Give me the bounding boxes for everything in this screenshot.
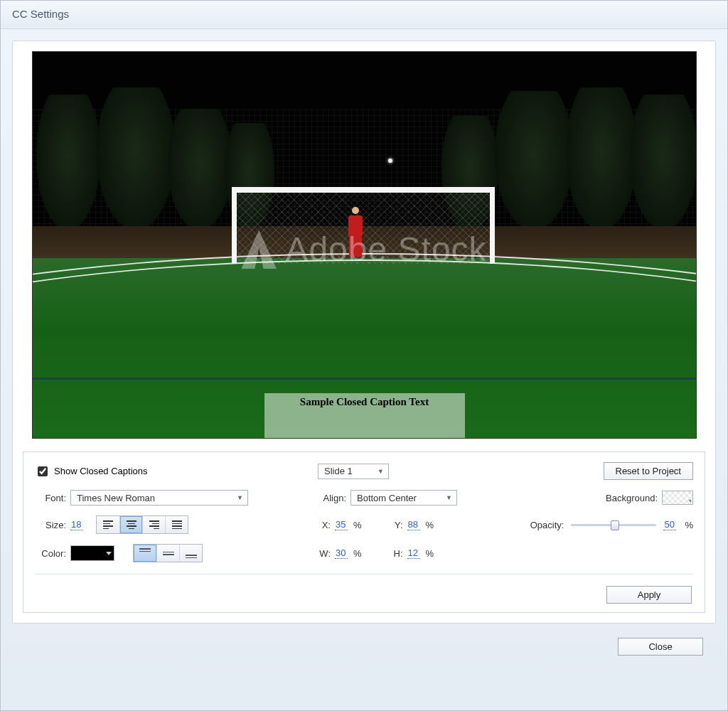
show-cc-checkbox[interactable]: Show Closed Captions bbox=[35, 464, 148, 479]
size-label: Size: bbox=[35, 520, 66, 530]
chevron-down-icon: ▼ bbox=[378, 468, 384, 475]
y-value[interactable]: 88 bbox=[407, 519, 420, 530]
chevron-down-icon: ▼ bbox=[446, 494, 452, 501]
font-value: Times New Roman bbox=[77, 493, 155, 503]
font-label: Font: bbox=[35, 493, 66, 503]
align-label: Align: bbox=[318, 493, 346, 503]
y-label: Y: bbox=[390, 520, 403, 530]
h-label: H: bbox=[390, 548, 403, 559]
close-button[interactable]: Close bbox=[618, 638, 703, 656]
caption-preview: Adobe Stock Sample Closed Caption Text bbox=[32, 51, 697, 439]
valign-top-button[interactable] bbox=[134, 545, 156, 562]
caption-sample-box[interactable]: Sample Closed Caption Text bbox=[264, 393, 465, 439]
slide-selector[interactable]: Slide 1 ▼ bbox=[318, 464, 389, 479]
x-label: X: bbox=[318, 520, 331, 530]
background-color-swatch[interactable] bbox=[662, 491, 693, 505]
background-label: Background: bbox=[606, 493, 658, 503]
window-title: CC Settings bbox=[1, 1, 727, 29]
show-cc-input[interactable] bbox=[38, 466, 48, 476]
vertical-align-group bbox=[133, 544, 203, 562]
align-value: Bottom Center bbox=[357, 493, 417, 503]
apply-button[interactable]: Apply bbox=[606, 586, 692, 604]
chevron-down-icon: ▼ bbox=[237, 494, 243, 501]
dialog-body: Adobe Stock Sample Closed Caption Text S… bbox=[1, 29, 727, 710]
text-align-group bbox=[96, 515, 188, 534]
w-label: W: bbox=[318, 548, 331, 559]
percent-symbol: % bbox=[685, 520, 693, 530]
percent-symbol: % bbox=[353, 520, 362, 530]
text-color-swatch[interactable] bbox=[70, 545, 114, 561]
h-value[interactable]: 12 bbox=[407, 547, 420, 559]
align-dropdown[interactable]: Bottom Center ▼ bbox=[350, 490, 457, 506]
caption-sample-text: Sample Closed Caption Text bbox=[300, 396, 429, 407]
inner-panel: Adobe Stock Sample Closed Caption Text S… bbox=[12, 41, 716, 624]
settings-panel: Show Closed Captions Slide 1 ▼ Reset to … bbox=[23, 451, 705, 613]
valign-middle-button[interactable] bbox=[156, 545, 179, 562]
opacity-label: Opacity: bbox=[530, 520, 564, 530]
font-dropdown[interactable]: Times New Roman ▼ bbox=[70, 490, 248, 506]
align-left-button[interactable] bbox=[97, 516, 119, 533]
size-value[interactable]: 18 bbox=[70, 519, 83, 530]
reset-to-project-button[interactable]: Reset to Project bbox=[604, 462, 694, 480]
cc-settings-window: CC Settings bbox=[0, 0, 728, 711]
align-right-button[interactable] bbox=[142, 516, 165, 533]
slide-selector-value: Slide 1 bbox=[324, 466, 353, 476]
align-justify-button[interactable] bbox=[165, 516, 188, 533]
percent-symbol: % bbox=[426, 548, 434, 559]
opacity-value[interactable]: 50 bbox=[663, 519, 676, 530]
w-value[interactable]: 30 bbox=[335, 547, 348, 559]
separator bbox=[35, 574, 693, 574]
x-value[interactable]: 35 bbox=[335, 519, 348, 530]
opacity-slider[interactable] bbox=[571, 519, 656, 530]
color-label: Color: bbox=[35, 548, 66, 559]
percent-symbol: % bbox=[426, 520, 434, 530]
align-center-button[interactable] bbox=[119, 516, 142, 533]
show-cc-label: Show Closed Captions bbox=[54, 466, 148, 476]
valign-bottom-button[interactable] bbox=[179, 545, 202, 562]
percent-symbol: % bbox=[353, 548, 362, 559]
